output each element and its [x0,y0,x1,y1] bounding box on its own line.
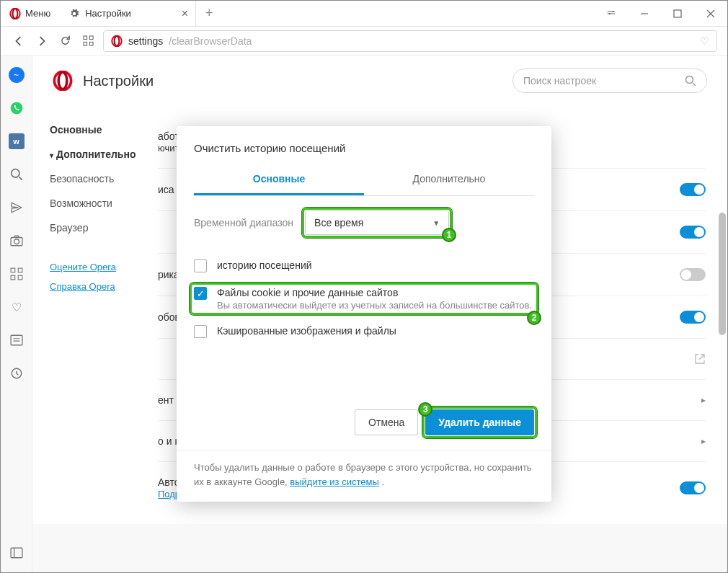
menu-label: Меню [25,8,50,19]
tab-basic[interactable]: Основные [194,164,364,195]
svg-rect-7 [83,42,86,45]
dialog-overlay: Очистить историю посещений Основные Допо… [1,55,727,572]
time-range-value: Все время [314,217,363,228]
reload-button[interactable] [57,33,73,49]
svg-point-0 [10,8,19,19]
dialog-title: Очистить историю посещений [177,142,551,164]
dialog-footer: Чтобы удалить данные о работе в браузере… [177,450,551,502]
tab-label: Настройки [85,8,131,19]
new-tab-button[interactable]: + [196,6,222,21]
option-label: Кэшированные изображения и файлы [217,325,396,338]
browser-window: Меню Настройки × + settings/clearBrowser… [0,0,728,573]
dialog-body: Временной диапазон Все время ▼ 1 ис [177,196,551,405]
checkbox-checked[interactable]: ✓ [194,287,207,300]
dialog-tabs: Основные Дополнительно [194,164,534,196]
option-sublabel: Вы автоматически выйдете из учетных запи… [217,300,532,311]
time-range-label: Временной диапазон [194,217,293,228]
menu-button[interactable]: Меню [1,1,59,26]
option-browsing-history[interactable]: историю посещений [194,252,534,280]
svg-point-3 [609,12,611,14]
clear-data-dialog: Очистить историю посещений Основные Допо… [177,126,551,502]
dialog-actions: Отмена Удалить данные 3 [177,405,551,450]
window-controls [595,1,727,26]
svg-rect-4 [674,10,681,17]
svg-point-10 [115,36,120,45]
close-icon[interactable]: × [182,7,188,20]
step-badge-1: 1 [442,228,456,242]
url-text-suffix: /clearBrowserData [169,35,252,47]
svg-rect-6 [89,36,93,40]
window-close-button[interactable] [694,1,727,26]
svg-rect-5 [83,36,86,40]
gear-icon [69,9,79,19]
forward-button[interactable] [34,33,50,49]
easy-setup-icon[interactable] [595,1,628,26]
time-range-row: Временной диапазон Все время ▼ 1 [194,210,534,235]
sign-out-link[interactable]: выйдите из системы [290,476,378,487]
url-text-prefix: settings [128,35,163,47]
speed-dial-icon[interactable] [80,33,96,49]
svg-point-9 [112,35,121,46]
address-bar: settings/clearBrowserData ♡ [1,27,727,55]
option-cookies[interactable]: ✓ Файлы cookie и прочие данные сайтов Вы… [194,280,534,318]
back-button[interactable] [11,33,27,49]
opera-icon [111,35,123,47]
title-bar: Меню Настройки × + [1,1,727,27]
heart-icon[interactable]: ♡ [700,35,709,47]
time-range-select[interactable]: Все время ▼ [305,210,449,235]
maximize-button[interactable] [661,1,694,26]
minimize-button[interactable] [628,1,661,26]
svg-point-2 [612,10,613,12]
tab-advanced[interactable]: Дополнительно [364,164,534,195]
option-label: Файлы cookie и прочие данные сайтов [217,287,532,298]
checkbox[interactable] [194,325,207,338]
svg-rect-8 [89,42,93,45]
tab-active[interactable]: Настройки × [59,1,196,26]
option-label: историю посещений [217,259,312,272]
option-cached[interactable]: Кэшированные изображения и файлы [194,318,534,345]
cancel-button[interactable]: Отмена [355,409,418,435]
svg-point-1 [13,9,18,18]
content-area: ~ w ♡ Настройки Поиск настроек [1,55,727,572]
url-input[interactable]: settings/clearBrowserData ♡ [103,30,717,52]
checkbox[interactable] [194,259,207,272]
confirm-delete-button[interactable]: Удалить данные [425,409,534,435]
chevron-down-icon: ▼ [432,219,440,227]
